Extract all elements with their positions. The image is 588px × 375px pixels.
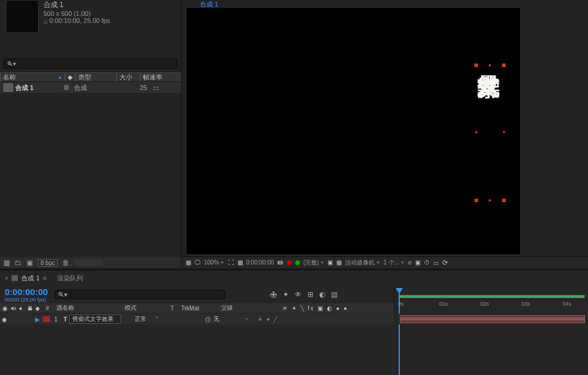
selection-midpoint[interactable] <box>475 131 477 133</box>
layer-duration-bar[interactable] <box>400 315 585 323</box>
viewer-time[interactable]: 0:00:00:00 <box>246 259 274 266</box>
channel-green-icon[interactable] <box>295 260 300 265</box>
timeline-tab-comp[interactable]: × 合成 1 <box>5 274 46 283</box>
blend-mode-dropdown[interactable]: 正常∨ <box>132 314 161 324</box>
col-name: 名称 ▲ <box>0 73 65 82</box>
col-t[interactable]: T <box>168 305 179 312</box>
project-search-input[interactable]: 🔍︎▾ <box>4 58 178 69</box>
comp-dims: 500 x 500 (1.00) <box>44 10 110 17</box>
new-comp-icon[interactable]: ▣ <box>26 259 33 267</box>
timeline-track-area[interactable] <box>394 314 588 324</box>
comp-thumbnail[interactable] <box>6 0 39 33</box>
project-item-label-swatch[interactable] <box>64 85 69 91</box>
grid-icon[interactable]: ▦ <box>336 259 342 266</box>
roi-icon[interactable]: ▣ <box>328 259 333 266</box>
project-item-row[interactable]: 合成 1 合成 25 ⚏ <box>0 82 181 93</box>
timeline-layer-row[interactable]: ◉ ▶ 1 T 劈柴式文字效果 正常∨ 无 ∨ ☀ ✦ ╱ <box>0 314 394 324</box>
timeline-search-input[interactable]: 🔍︎▾ <box>55 290 225 299</box>
selection-handle[interactable] <box>475 199 478 202</box>
col-audio-icon[interactable]: 🔊︎ <box>8 305 16 312</box>
project-panel: 合成 1 500 x 500 (1.00) 0:00:10:00, 25.00 … <box>0 0 181 268</box>
timeline-columns-header[interactable]: ◉ 🔊︎ ● 🔒︎ ◆ # 源名称 模式 T TrkMat 父级 ☀ ✦ ╲ f… <box>0 303 394 313</box>
col-mode[interactable]: 模式 <box>122 304 168 312</box>
comp-info-block: 合成 1 500 x 500 (1.00) 0:00:10:00, 25.00 … <box>44 0 110 24</box>
search-icon: 🔍︎▾ <box>58 291 68 299</box>
selection-midpoint[interactable] <box>503 131 505 133</box>
current-time-indicator[interactable] <box>399 288 400 375</box>
col-lock-icon[interactable]: 🔒︎ <box>25 305 33 312</box>
col-solo-icon[interactable]: ● <box>16 305 25 312</box>
col-fps[interactable]: 帧速率 <box>140 73 166 82</box>
col-index[interactable]: # <box>44 305 54 312</box>
timeline-current-time[interactable]: 0:00:00:00 <box>5 287 48 297</box>
layer-switches[interactable]: ☀ ✦ ╱ <box>258 316 278 323</box>
col-source[interactable]: 源名称 <box>54 304 122 312</box>
comp-duration: 0:00:10:00, 25.00 fps <box>44 17 110 24</box>
pick-whip-icon[interactable] <box>205 316 211 323</box>
layer-twirl-icon[interactable]: ▶ <box>35 316 40 323</box>
transparency-icon[interactable]: ▩ <box>238 259 243 266</box>
selection-midpoint[interactable] <box>489 199 491 202</box>
comp-canvas[interactable]: 劈柴式文字效果 <box>186 7 521 255</box>
views-dropdown[interactable]: 1 个...▼ <box>383 259 405 267</box>
col-type[interactable]: 类型 <box>75 73 116 82</box>
ruler-tick: 03s <box>522 301 530 307</box>
parent-dropdown[interactable]: 无 ∨ <box>205 315 248 323</box>
ruler-tick: 02s <box>480 301 489 307</box>
ruler-tick: 01s <box>439 301 448 307</box>
new-folder-icon[interactable]: 🗀 <box>15 259 22 267</box>
flowchart-icon[interactable]: ⚏ <box>433 259 439 266</box>
draft3d-icon[interactable]: ✦ <box>283 290 289 299</box>
bpc-indicator[interactable]: 8 bpc <box>38 259 58 267</box>
col-switches-icons[interactable]: ☀ ✦ ╲ fx ▣ ◐ ● ● <box>280 305 350 312</box>
project-item-flowchart-icon[interactable]: ⚏ <box>153 83 159 92</box>
magnif-grid-icon[interactable]: ▦ <box>186 259 191 266</box>
col-trkmat[interactable]: TrkMat <box>179 305 219 312</box>
shy-icon[interactable]: 👁︎ <box>295 290 302 299</box>
render-queue-tab[interactable]: 渲染队列 <box>57 274 83 283</box>
selection-handle[interactable] <box>502 63 506 67</box>
selection-handle[interactable] <box>502 199 506 202</box>
snapshot-icon[interactable]: 📷︎ <box>278 259 283 266</box>
comp-mini-flowchart-icon[interactable]: 🕁 <box>270 290 277 299</box>
fullres-icon[interactable]: ⛶ <box>228 259 234 266</box>
timeline-ruler[interactable]: 0s 01s 02s 03s 04s <box>394 288 588 313</box>
viewer-footer-toolbar: ▦ 🖵 100%▼ ⛶ ▩ 0:00:00:00 📷︎ (完整)▼ ▣ ▦ 活动… <box>182 256 588 268</box>
interpret-footage-icon[interactable]: ▦ <box>4 259 10 267</box>
project-footer: ▦ 🗀 ▣ 8 bpc 🗑︎ <box>0 257 181 268</box>
tab-menu-icon[interactable] <box>43 274 46 282</box>
col-label-icon[interactable]: ◆ <box>33 305 44 312</box>
layer-label-swatch[interactable] <box>42 316 51 323</box>
camera-dropdown[interactable]: 活动摄像机▼ <box>345 259 380 267</box>
selection-handle[interactable] <box>475 63 478 67</box>
resolution-dropdown[interactable]: (完整)▼ <box>303 259 325 267</box>
timeline-icon[interactable]: ⏱︎ <box>424 259 430 266</box>
layer-index: 1 <box>51 316 61 323</box>
motion-blur-icon[interactable]: ◐ <box>319 290 325 299</box>
trash-icon[interactable]: 🗑︎ <box>62 259 69 267</box>
col-visibility-icon[interactable]: ◉ <box>0 305 8 312</box>
col-parent[interactable]: 父级 <box>219 304 278 312</box>
pixel-aspect-icon[interactable]: ⎚ <box>408 259 412 266</box>
timeline-panel: × 合成 1 渲染队列 0:00:00:00 00000 (25.00 fps)… <box>0 269 588 375</box>
selection-midpoint[interactable] <box>489 64 491 66</box>
text-layer-icon: T <box>61 316 69 323</box>
frame-blend-icon[interactable]: ⊞ <box>308 290 313 299</box>
work-area-bar[interactable] <box>399 295 584 298</box>
col-size[interactable]: 大小 <box>116 73 140 82</box>
layer-visibility-toggle[interactable]: ◉ <box>0 316 8 323</box>
timeline-tabs: × 合成 1 渲染队列 <box>0 270 588 286</box>
fast-preview-icon[interactable]: ▣ <box>415 259 420 266</box>
layer-name[interactable]: 劈柴式文字效果 <box>69 314 121 324</box>
reset-exposure-icon[interactable]: ⟳ <box>442 259 448 267</box>
monitor-icon[interactable]: 🖵 <box>195 259 201 266</box>
project-item-name[interactable]: 合成 1 <box>13 83 61 92</box>
project-slider[interactable] <box>74 259 103 266</box>
project-item-type: 合成 <box>69 83 111 92</box>
col-label-icon[interactable]: ◆ <box>65 73 75 81</box>
graph-editor-icon[interactable]: ▤ <box>331 290 338 299</box>
zoom-dropdown[interactable]: 100%▼ <box>204 259 225 266</box>
project-columns-header[interactable]: 名称 ▲ ◆ 类型 大小 帧速率 <box>0 72 181 82</box>
close-tab-icon[interactable]: × <box>5 274 8 282</box>
channel-red-icon[interactable] <box>287 260 292 265</box>
